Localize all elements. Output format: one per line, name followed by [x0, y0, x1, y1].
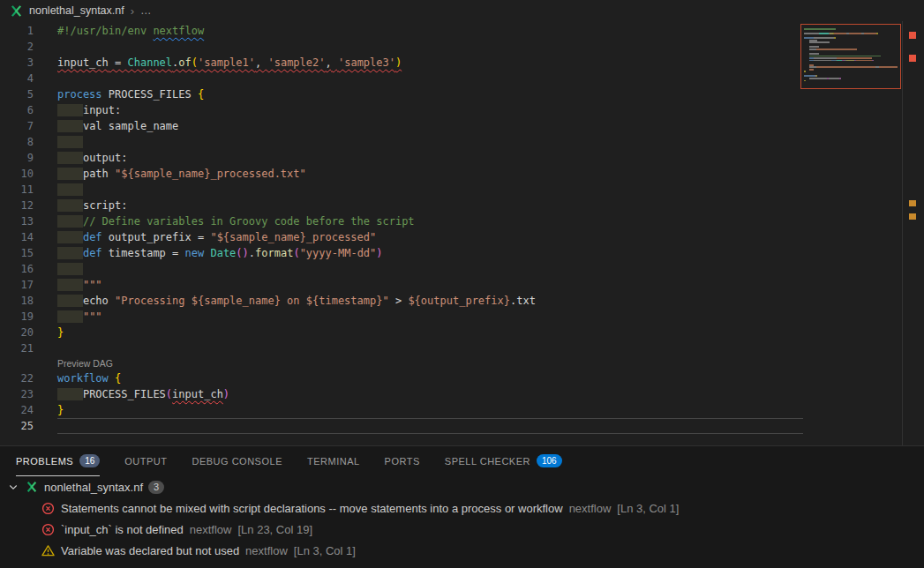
tab-ports[interactable]: PORTS	[385, 446, 420, 476]
line-number: 10	[0, 166, 34, 182]
code-line[interactable]: 13 // Define variables in Groovy code be…	[0, 213, 924, 229]
line-number: 19	[0, 309, 34, 325]
minimap[interactable]	[800, 24, 901, 89]
line-number: 5	[0, 86, 34, 102]
code-line[interactable]: 4	[0, 71, 924, 86]
problems-items: Statements cannot be mixed with script d…	[0, 497, 924, 561]
line-content: output:	[57, 150, 803, 166]
tab-output[interactable]: OUTPUT	[124, 446, 167, 476]
problems-filename: nonlethal_syntax.nf	[44, 481, 143, 494]
line-content: }	[57, 402, 803, 418]
problem-location: [Ln 3, Col 1]	[294, 544, 356, 557]
line-content	[57, 71, 803, 86]
line-content: // Define variables in Groovy code befor…	[57, 213, 803, 229]
line-content: val sample_name	[57, 118, 803, 134]
line-number: 20	[0, 325, 34, 340]
line-content	[57, 39, 803, 55]
line-number: 23	[0, 386, 34, 402]
line-number: 14	[0, 229, 34, 245]
line-number: 21	[0, 340, 34, 356]
code-line[interactable]: 12 script:	[0, 198, 924, 213]
problem-location: [Ln 3, Col 1]	[617, 502, 679, 515]
line-content: PROCESS_FILES(input_ch)	[57, 386, 803, 402]
line-number: 18	[0, 293, 34, 309]
breadcrumb-more[interactable]: …	[140, 4, 153, 17]
overview-ruler[interactable]	[902, 21, 924, 445]
chevron-down-icon[interactable]	[7, 482, 19, 492]
line-content: """	[57, 309, 803, 325]
problem-source: nextflow	[190, 523, 232, 536]
code-line[interactable]: 16	[0, 261, 924, 277]
breadcrumb: nonlethal_syntax.nf › …	[0, 0, 924, 21]
line-content: echo "Processing ${sample_name} on ${tim…	[57, 293, 803, 309]
tab-problems[interactable]: PROBLEMS16	[16, 446, 100, 476]
error-icon	[41, 522, 55, 536]
code-line[interactable]: 22workflow {	[0, 370, 924, 386]
problems-count-badge: 3	[148, 481, 164, 494]
code-line[interactable]: 19 """	[0, 309, 924, 325]
code-line[interactable]: 23 PROCESS_FILES(input_ch)	[0, 386, 924, 402]
code-line[interactable]: 7 val sample_name	[0, 118, 924, 134]
tab-label: TERMINAL	[307, 456, 360, 467]
line-content: workflow {	[57, 370, 803, 386]
ruler-mark-error-1	[909, 32, 916, 39]
line-number: 24	[0, 402, 34, 418]
ruler-mark-warning-2	[909, 213, 916, 220]
problem-row[interactable]: `input_ch` is not definednextflow[Ln 23,…	[0, 519, 924, 540]
line-number: 1	[0, 23, 34, 39]
line-content: }	[57, 325, 803, 340]
code-line[interactable]: 14 def output_prefix = "${sample_name}_p…	[0, 229, 924, 245]
warning-icon	[41, 543, 55, 557]
line-content: process PROCESS_FILES {	[57, 86, 803, 102]
line-content: def output_prefix = "${sample_name}_proc…	[57, 229, 803, 245]
editor-lines: 1#!/usr/bin/env nextflow23input_ch = Cha…	[0, 21, 924, 434]
code-line[interactable]: 15 def timestamp = new Date().format("yy…	[0, 245, 924, 261]
line-number: 22	[0, 370, 34, 386]
panel-tabs: PROBLEMS16OUTPUTDEBUG CONSOLETERMINALPOR…	[0, 446, 924, 476]
code-line[interactable]: 24}	[0, 402, 924, 418]
code-line[interactable]: 1#!/usr/bin/env nextflow	[0, 23, 924, 39]
line-content	[57, 418, 803, 434]
problems-file-row[interactable]: nonlethal_syntax.nf 3	[0, 476, 924, 497]
code-line[interactable]: 10 path "${sample_name}_processed.txt"	[0, 166, 924, 182]
line-content: path "${sample_name}_processed.txt"	[57, 166, 803, 182]
tab-terminal[interactable]: TERMINAL	[307, 446, 360, 476]
problems-tree: nonlethal_syntax.nf 3 Statements cannot …	[0, 476, 924, 561]
problem-message: Statements cannot be mixed with script d…	[61, 502, 563, 515]
code-editor[interactable]: 1#!/usr/bin/env nextflow23input_ch = Cha…	[0, 21, 924, 445]
nextflow-logo-icon	[9, 4, 23, 18]
problem-row[interactable]: Statements cannot be mixed with script d…	[0, 497, 924, 519]
code-line[interactable]: 18 echo "Processing ${sample_name} on ${…	[0, 293, 924, 309]
problem-message: `input_ch` is not defined	[61, 523, 184, 536]
line-number: 6	[0, 102, 34, 118]
error-icon	[41, 501, 55, 515]
code-line[interactable]: 20}	[0, 325, 924, 340]
tab-spell-checker[interactable]: SPELL CHECKER106	[445, 446, 562, 476]
problem-location: [Ln 23, Col 19]	[237, 523, 312, 536]
code-line[interactable]: 11	[0, 182, 924, 198]
code-line[interactable]: 25	[0, 418, 924, 434]
code-line[interactable]: 2	[0, 39, 924, 55]
tab-debug-console[interactable]: DEBUG CONSOLE	[192, 446, 282, 476]
line-content: def timestamp = new Date().format("yyyy-…	[57, 245, 803, 261]
line-number: 12	[0, 198, 34, 213]
line-number: 25	[0, 418, 34, 434]
code-line[interactable]: 9 output:	[0, 150, 924, 166]
problem-row[interactable]: Variable was declared but not usednextfl…	[0, 540, 924, 561]
tab-label: SPELL CHECKER	[445, 456, 530, 467]
line-number: 16	[0, 261, 34, 277]
line-number: 17	[0, 277, 34, 293]
ruler-mark-warning-1	[909, 200, 916, 206]
code-line[interactable]: 8	[0, 134, 924, 150]
line-number: 4	[0, 71, 34, 86]
code-line[interactable]: 21	[0, 340, 924, 356]
line-content: input_ch = Channel.of('sample1', 'sample…	[57, 55, 803, 71]
breadcrumb-filename[interactable]: nonlethal_syntax.nf	[29, 4, 124, 17]
line-content	[57, 340, 803, 356]
code-line[interactable]: 6 input:	[0, 102, 924, 118]
line-number: 7	[0, 118, 34, 134]
code-line[interactable]: 5process PROCESS_FILES {	[0, 86, 924, 102]
codelens-preview-dag[interactable]: Preview DAG	[0, 356, 924, 370]
code-line[interactable]: 3input_ch = Channel.of('sample1', 'sampl…	[0, 55, 924, 71]
code-line[interactable]: 17 """	[0, 277, 924, 293]
